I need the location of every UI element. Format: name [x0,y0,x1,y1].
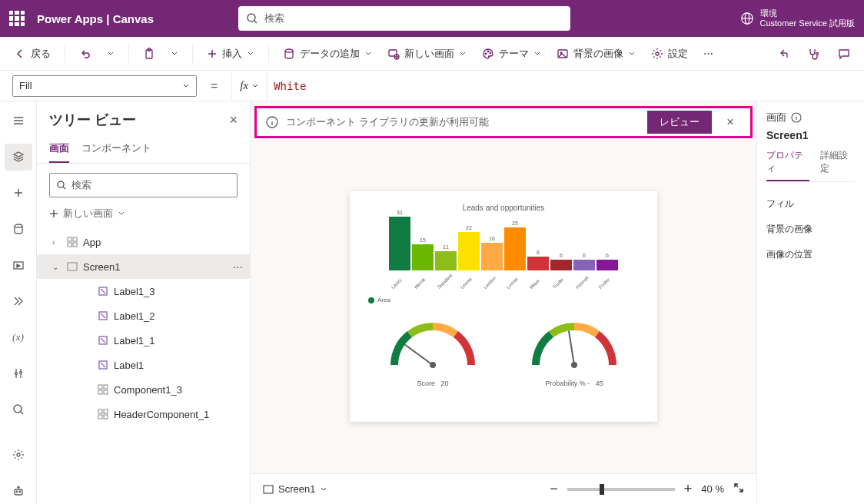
clipboard-icon [143,48,155,60]
share-button[interactable] [770,41,795,66]
formula-input[interactable]: White [274,80,852,92]
search-rail-button[interactable] [5,396,32,423]
rp-type-label: 画面 [766,111,855,124]
tree-view-button[interactable] [5,144,32,171]
env-name: Customer Service 試用版 [760,18,855,28]
theme-button[interactable]: テーマ [476,41,547,66]
tab-screens[interactable]: 画面 [49,135,69,163]
svg-rect-38 [98,410,102,413]
zoom-value: 40 % [701,483,724,495]
variables-button[interactable]: (x) [5,323,32,350]
fit-button[interactable] [733,482,744,496]
media-icon [12,259,25,271]
svg-point-14 [816,52,819,55]
share-icon [776,48,789,60]
settings-rail-button[interactable] [5,441,32,468]
more-button[interactable]: ⋯ [697,41,719,66]
tab-advanced[interactable]: 詳細設定 [820,149,855,181]
zoom-slider[interactable] [567,488,675,491]
ask-button[interactable] [5,477,32,504]
hamburger-button[interactable] [5,108,32,134]
undo-button[interactable] [73,41,98,66]
cylinder-icon [12,223,25,235]
paste-dropdown[interactable] [164,41,184,66]
tree-node[interactable]: Label1 [37,353,250,377]
svg-point-44 [430,362,436,368]
checker-button[interactable] [801,41,826,66]
bg-image-button[interactable]: 背景の画像 [550,41,642,66]
tab-components[interactable]: コンポーネント [81,135,151,163]
panel-title: ツリー ビュー [49,111,136,129]
advanced-tools-button[interactable] [5,360,32,386]
plus-icon [49,209,58,218]
undo-dropdown[interactable] [101,41,121,66]
equals-label: = [203,79,225,93]
bot-icon [12,485,25,497]
tree-node[interactable]: Label1_2 [37,303,250,328]
fx-label[interactable]: fx [231,71,268,101]
info-icon[interactable] [791,112,802,123]
environment-picker[interactable]: 環境 Customer Service 試用版 [740,8,855,28]
review-button[interactable]: レビュー [647,111,712,134]
settings-button[interactable]: 設定 [645,41,694,66]
add-data-button[interactable]: データの追加 [277,41,378,66]
global-search[interactable]: 検索 [238,6,570,31]
tree-node[interactable]: HeaderComponent_1 [37,402,250,426]
svg-rect-28 [73,243,77,247]
svg-rect-29 [68,263,77,270]
formula-bar: Fill = fx White [0,71,864,101]
canvas-screen[interactable]: Leads and opportunities 31Lacey15Merritt… [350,191,657,422]
property-row[interactable]: フィル [766,191,855,217]
svg-rect-37 [104,390,108,394]
new-screen-link[interactable]: 新しい画面 [37,204,250,227]
tree-node[interactable]: Label1_3 [37,279,250,303]
search-icon [12,403,25,416]
tree-node-app[interactable]: ›App [37,230,250,254]
tab-properties[interactable]: プロパティ [766,149,809,181]
svg-point-8 [485,53,487,55]
svg-rect-3 [146,50,152,58]
node-more-icon[interactable]: ⋯ [233,261,244,273]
svg-rect-41 [104,415,108,419]
property-row[interactable]: 画像の位置 [766,242,855,267]
waffle-icon[interactable] [9,11,25,26]
chevron-down-icon [171,50,178,58]
tree-node[interactable]: Component1_3 [37,377,250,402]
svg-point-22 [16,491,18,492]
power-automate-button[interactable] [5,288,32,315]
screen-plus-icon [387,48,400,60]
zoom-out-button[interactable]: − [550,481,558,497]
comments-button[interactable] [832,41,856,66]
data-rail-button[interactable] [5,216,32,243]
bar: 25Lonnie [504,220,526,283]
insert-rail-button[interactable] [5,180,32,207]
search-icon [56,180,67,191]
svg-point-9 [487,51,489,52]
close-notification-button[interactable]: × [719,111,741,133]
property-row[interactable]: 背景の画像 [766,217,855,242]
zoom-in-button[interactable]: + [684,481,693,497]
app-header: Power Apps | Canvas 検索 環境 Customer Servi… [0,0,864,37]
bar-chart: 31Lacey15Merritt11Standard22Leonie16Land… [362,221,645,283]
insert-button[interactable]: 挿入 [201,41,261,66]
tree-node-screen1[interactable]: ⌄Screen1⋯ [37,254,250,279]
tree-node[interactable]: Label1_1 [37,328,250,353]
svg-point-15 [15,224,22,227]
property-selector[interactable]: Fill [12,75,197,97]
new-screen-button[interactable]: 新しい画面 [381,41,473,66]
tree-search[interactable]: 検索 [49,173,238,197]
tools-icon [12,367,25,380]
back-icon [14,48,26,60]
flow-icon [12,295,25,307]
back-button[interactable]: 戻る [8,41,57,66]
screen-selector[interactable]: Screen1 [263,483,327,495]
bar: 22Leonie [458,225,480,283]
layers-icon [12,151,25,163]
chevron-down-icon [251,82,259,90]
media-rail-button[interactable] [5,252,32,279]
plus-icon [12,187,25,199]
close-icon[interactable]: × [229,112,238,128]
paste-button[interactable] [137,41,161,66]
bar: 31Lacey [389,210,410,283]
svg-point-17 [15,372,17,374]
